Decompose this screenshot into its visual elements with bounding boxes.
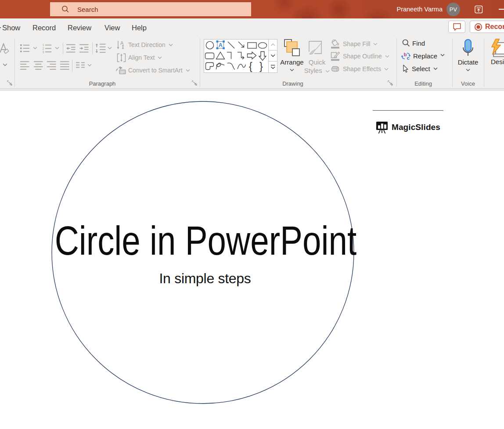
select-label: Select — [412, 65, 430, 72]
search-box[interactable]: Search — [50, 2, 251, 16]
replace-chevron[interactable] — [440, 54, 445, 57]
slide-canvas[interactable]: Circle in PowerPoint In simple steps Mag… — [0, 91, 504, 429]
paragraph-dialog-launcher[interactable] — [192, 80, 197, 86]
quick-styles-icon — [307, 40, 324, 56]
shape-elbow-arrow-connector-icon — [238, 52, 244, 59]
magicslides-divider — [373, 110, 443, 111]
replace-button[interactable]: b c Replace — [401, 51, 446, 61]
bullets-icon[interactable] — [20, 43, 30, 53]
shape-freeform-icon — [206, 63, 214, 70]
minimize-button[interactable] — [499, 9, 504, 10]
shape-line-icon — [228, 42, 234, 48]
arrange-button[interactable]: Arrange — [280, 39, 304, 73]
shape-effects-icon — [330, 64, 340, 74]
tab-record[interactable]: Record — [32, 23, 56, 32]
ribbon-tab-bar: Show Record Review View Help Record — [0, 18, 504, 37]
shape-elbow-connector-icon — [227, 52, 231, 59]
align-text-chevron — [158, 56, 162, 59]
avatar[interactable]: PV — [446, 3, 460, 16]
align-center-icon[interactable] — [34, 61, 43, 70]
svg-text:A: A — [120, 40, 124, 46]
magicslides-logo: MagicSlides — [376, 121, 440, 133]
shape-gallery-icons[interactable]: A { } — [204, 39, 277, 73]
numbering-icon[interactable]: 123 — [42, 43, 52, 54]
select-button[interactable]: Select — [402, 64, 446, 73]
bullets-chevron[interactable] — [33, 47, 37, 50]
avatar-initials: PV — [450, 7, 457, 13]
align-right-icon[interactable] — [47, 61, 56, 70]
shape-fill-button[interactable]: Shape Fill — [330, 39, 396, 49]
dictate-label: Dictate — [455, 58, 481, 66]
convert-to-smartart-button[interactable]: Convert to SmartArt — [115, 65, 201, 75]
designer-icon — [490, 39, 504, 58]
separator — [72, 60, 72, 72]
columns-chevron[interactable] — [87, 64, 92, 67]
shape-scribble-icon — [216, 63, 225, 69]
tab-help[interactable]: Help — [132, 23, 147, 32]
align-text-button[interactable]: Align Text — [117, 53, 200, 62]
shape-fill-label: Shape Fill — [343, 40, 370, 47]
slide-subtitle[interactable]: In simple steps — [0, 270, 410, 287]
convert-to-smartart-label: Convert to SmartArt — [128, 67, 183, 74]
record-button[interactable]: Record — [470, 21, 504, 33]
arrange-chevron — [290, 68, 294, 72]
numbering-chevron[interactable] — [55, 47, 59, 50]
drawing-dialog-launcher[interactable] — [388, 80, 393, 86]
comment-icon — [453, 23, 461, 31]
shape-right-brace-icon: } — [259, 61, 263, 72]
ribbon-display-options-icon[interactable] — [475, 5, 483, 14]
select-chevron — [433, 67, 438, 70]
user-name[interactable]: Praneeth Varma — [396, 0, 443, 18]
clear-formatting-icon[interactable] — [0, 42, 10, 55]
shape-fill-chevron — [373, 43, 378, 46]
slide-title[interactable]: Circle in PowerPoint — [35, 220, 377, 262]
text-direction-icon: A — [117, 40, 126, 50]
dictate-button[interactable]: Dictate — [455, 39, 481, 74]
separator — [63, 43, 63, 54]
shape-outline-button[interactable]: Shape Outline — [330, 51, 400, 61]
shape-right-arrow-icon — [248, 52, 256, 59]
designer-button[interactable]: Designer — [488, 39, 504, 74]
tab-review[interactable]: Review — [68, 23, 91, 32]
shape-effects-label: Shape Effects — [343, 65, 381, 72]
find-button[interactable]: Find — [402, 39, 446, 47]
shape-outline-icon — [330, 51, 340, 61]
voice-group-label: Voice — [442, 80, 494, 87]
tab-view[interactable]: View — [104, 23, 120, 32]
justify-icon[interactable] — [60, 61, 69, 70]
dictate-microphone-icon — [460, 39, 476, 59]
text-direction-chevron — [169, 43, 173, 47]
gallery-scroll-down-icon — [271, 55, 275, 57]
drawing-group-label: Drawing — [266, 80, 319, 87]
arrange-icon — [283, 39, 301, 57]
shape-text-box-icon: A — [216, 40, 225, 49]
dictate-chevron — [466, 68, 470, 72]
title-bar: Search Praneeth Varma PV — [0, 0, 504, 18]
shape-rectangle-icon — [248, 43, 256, 48]
shape-left-brace-icon: { — [249, 61, 252, 72]
gallery-scroll-up-icon — [271, 44, 275, 46]
quick-styles-button[interactable]: Quick Styles — [304, 39, 330, 74]
designer-label: Designer — [491, 58, 504, 65]
paragraph-group-label: Paragraph — [76, 80, 129, 87]
magicslides-wordmark: MagicSlides — [392, 123, 440, 132]
search-icon — [61, 5, 69, 13]
font-dialog-launcher[interactable] — [7, 80, 12, 86]
increase-indent-icon[interactable] — [79, 44, 89, 53]
line-spacing-icon[interactable] — [95, 43, 106, 53]
replace-icon: b c — [401, 51, 411, 61]
text-direction-button[interactable]: A Text Direction — [117, 40, 200, 50]
shape-oval-icon — [206, 41, 213, 49]
columns-icon[interactable] — [76, 62, 85, 68]
comments-button[interactable] — [448, 21, 465, 33]
record-icon — [474, 23, 482, 31]
quick-styles-label-line1: Quick — [304, 58, 330, 66]
shape-ellipse-icon — [258, 43, 266, 48]
decrease-indent-icon[interactable] — [66, 44, 76, 53]
align-left-icon[interactable] — [20, 61, 29, 70]
arrange-label: Arrange — [280, 58, 304, 66]
font-group-overflow-chevron[interactable] — [3, 63, 7, 66]
tab-show[interactable]: Show — [2, 23, 20, 32]
shape-effects-button[interactable]: Shape Effects — [330, 64, 400, 74]
line-spacing-chevron[interactable] — [108, 47, 112, 50]
